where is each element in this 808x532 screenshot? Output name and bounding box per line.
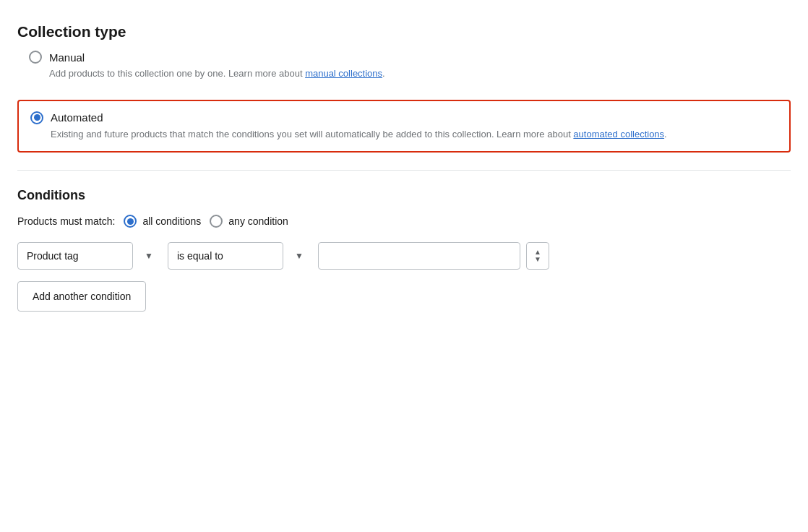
sort-button[interactable]: ▲ ▼: [526, 242, 549, 270]
manual-description: Add products to this collection one by o…: [49, 66, 779, 81]
automated-option[interactable]: Automated Existing and future products t…: [17, 100, 791, 153]
automated-collections-link[interactable]: automated collections: [573, 129, 664, 140]
product-tag-select-wrapper: Product tag ▼: [17, 242, 162, 270]
condition-operator-select-wrapper: is equal to ▼: [168, 242, 312, 270]
manual-radio-label: Manual: [49, 51, 85, 64]
any-condition-option[interactable]: any condition: [210, 215, 288, 228]
collection-type-title: Collection type: [17, 23, 791, 40]
sort-arrows-icon: ▲ ▼: [534, 249, 541, 263]
manual-collections-link[interactable]: manual collections: [305, 68, 382, 79]
all-conditions-radio[interactable]: [124, 215, 137, 228]
match-row: Products must match: all conditions any …: [17, 215, 791, 228]
manual-radio-header: Manual: [29, 51, 779, 64]
match-label: Products must match:: [17, 215, 115, 227]
product-tag-select[interactable]: Product tag: [17, 242, 133, 270]
automated-radio-button[interactable]: [30, 111, 43, 124]
conditions-title: Conditions: [17, 188, 791, 203]
section-divider: [17, 170, 791, 171]
condition-operator-select[interactable]: is equal to: [168, 242, 283, 270]
condition-value-input[interactable]: [318, 242, 520, 270]
automated-radio-label: Automated: [51, 111, 103, 124]
automated-radio-header: Automated: [30, 111, 778, 124]
collection-type-options: Manual Add products to this collection o…: [17, 40, 791, 153]
condition-operator-chevron-icon: ▼: [295, 251, 304, 261]
condition-row: Product tag ▼ is equal to ▼ ▲ ▼: [17, 242, 791, 270]
any-condition-label: any condition: [228, 215, 288, 227]
all-conditions-option[interactable]: all conditions: [124, 215, 201, 228]
conditions-section: Conditions Products must match: all cond…: [17, 188, 791, 312]
all-conditions-label: all conditions: [142, 215, 201, 227]
automated-description: Existing and future products that match …: [51, 127, 778, 142]
collection-type-section: Collection type Manual Add products to t…: [17, 23, 791, 153]
manual-radio-button[interactable]: [29, 51, 42, 64]
any-condition-radio[interactable]: [210, 215, 223, 228]
product-tag-chevron-icon: ▼: [145, 251, 153, 261]
add-condition-button[interactable]: Add another condition: [17, 281, 146, 312]
manual-option[interactable]: Manual Add products to this collection o…: [17, 40, 791, 91]
